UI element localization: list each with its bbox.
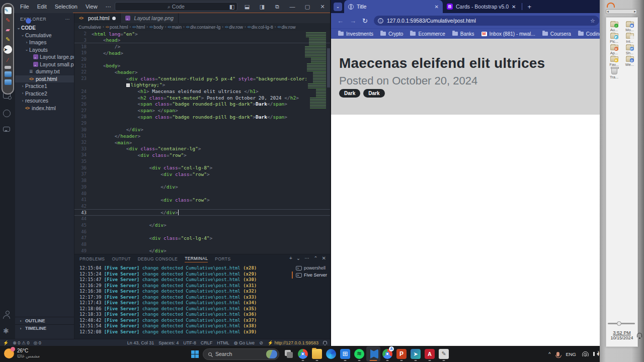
- taskbar-app-vscode[interactable]: [366, 346, 380, 361]
- account-icon[interactable]: [3, 311, 12, 320]
- breadcrumb-item[interactable]: Cumulative: [78, 25, 101, 30]
- code-line-44[interactable]: 44: [74, 216, 330, 222]
- taskbar-app-microsoft-store[interactable]: [338, 346, 352, 361]
- language-mode[interactable]: HTML: [217, 340, 229, 345]
- tab-close-icon[interactable]: ✕: [512, 4, 516, 10]
- taskbar-app-powerpoint[interactable]: P: [394, 346, 409, 361]
- fine-pen-icon[interactable]: ∕: [4, 56, 12, 63]
- minimize-tool-icon[interactable]: [5, 66, 11, 69]
- tree-item-practice2[interactable]: ›Practice2: [15, 90, 74, 98]
- section-outline[interactable]: ›OUTLINE: [15, 317, 74, 324]
- github-icon[interactable]: [3, 110, 12, 119]
- widget-shortcut-mo[interactable]: ▦Mo...: [622, 22, 637, 32]
- screen-tool-icon[interactable]: [5, 71, 12, 77]
- layout-panel-icon[interactable]: ⬓: [239, 4, 255, 10]
- close-panel-icon[interactable]: ✕: [322, 255, 326, 261]
- editor-tab-layout-large-png[interactable]: Layout large.png: [121, 13, 179, 23]
- menu-⋯[interactable]: ⋯: [102, 0, 115, 13]
- code-line-38[interactable]: 38: [74, 177, 330, 184]
- editor-tab-post-html[interactable]: <>post.html: [74, 13, 121, 23]
- five-server-url[interactable]: ⚡ http://127.0.0.1:59583: [268, 340, 318, 345]
- code-line-47[interactable]: 47 <div class="col-lg-4">: [74, 235, 330, 241]
- breadcrumb-item[interactable]: div.row: [229, 25, 243, 30]
- breadcrumb[interactable]: Cumulative›<>post.html›<>html›<>body›<>m…: [74, 23, 330, 31]
- tree-item-practice1[interactable]: ›Practice1: [15, 82, 74, 90]
- terminal-output[interactable]: 12:15:04 [Five Server] change detected C…: [79, 265, 291, 335]
- pen-tool-icon[interactable]: ✎: [5, 7, 12, 14]
- breadcrumb-item[interactable]: main: [172, 25, 182, 30]
- code-line-25[interactable]: 25 <h2 class="text-muted"> Posted on Oct…: [74, 95, 330, 101]
- code-line-40[interactable]: 40: [74, 190, 330, 197]
- url-text[interactable]: 127.0.0.1:59583/Cumulative/post.html: [387, 18, 476, 24]
- code-line-49[interactable]: 49 </div>: [74, 247, 330, 254]
- browser-reload-icon[interactable]: ↻: [362, 17, 368, 25]
- section-timeline[interactable]: ›TIMELINE: [15, 324, 74, 332]
- ports-indicator[interactable]: ◎ 0: [33, 340, 41, 345]
- code-line-46[interactable]: 46: [74, 228, 330, 235]
- highlighter-icon[interactable]: ✎: [4, 36, 12, 43]
- code-line-37[interactable]: 37 <div class="row">: [74, 171, 330, 177]
- tree-item-post-html[interactable]: <>post.html: [15, 75, 74, 83]
- language-indicator[interactable]: ENG: [566, 351, 576, 357]
- remote-icon[interactable]: ⚡: [3, 340, 9, 345]
- widget-shortcut-fav[interactable]: ★Fav...: [606, 56, 622, 67]
- taskbar-app-spotify[interactable]: [352, 346, 366, 361]
- sync-icon[interactable]: ⊘: [259, 340, 263, 345]
- slider-thumb[interactable]: [617, 321, 621, 326]
- widget-shortcut-trash[interactable]: Tra...: [606, 68, 622, 79]
- code-line-20[interactable]: 20: [74, 56, 330, 63]
- tree-item-resources[interactable]: ›resources: [15, 97, 74, 105]
- widget-shortcut-ap[interactable]: ⊞Ap...: [606, 45, 622, 55]
- code-line-33[interactable]: 33 <div class="container-lg">: [74, 145, 330, 152]
- eraser-icon[interactable]: ▰: [4, 26, 12, 33]
- new-tab-button[interactable]: +: [527, 3, 531, 11]
- widget-shortcut-pic[interactable]: ◩Pic...: [606, 33, 622, 44]
- tab-close-icon[interactable]: ✕: [435, 4, 439, 10]
- encoding[interactable]: UTF-8: [183, 340, 196, 345]
- terminal-dropdown-icon[interactable]: ⌄: [296, 255, 300, 261]
- bookmark-banks[interactable]: Banks: [452, 31, 474, 37]
- code-line-19[interactable]: 19 </head>: [74, 50, 330, 56]
- code-line-31[interactable]: 31 </header>: [74, 133, 330, 139]
- code-line-35[interactable]: 35: [74, 158, 330, 165]
- code-line-29[interactable]: 29: [74, 120, 330, 127]
- eol[interactable]: CRLF: [201, 340, 213, 345]
- breadcrumb-item[interactable]: post.html: [110, 25, 128, 30]
- layout-sidebar-icon[interactable]: ◧: [224, 4, 239, 10]
- cursor-tool-icon[interactable]: ➤: [4, 45, 12, 54]
- red-pen-icon[interactable]: ✎: [4, 17, 12, 24]
- layout-customize-icon[interactable]: ⧉: [270, 4, 285, 10]
- close-icon[interactable]: ✕: [315, 4, 330, 10]
- code-line-2[interactable]: 2<html lang="en">: [74, 31, 330, 37]
- widget-shortcut-we[interactable]: ◍We...: [622, 56, 637, 67]
- problems-indicator[interactable]: ⊗ 0 ⚠ 0: [13, 340, 29, 345]
- layout-secondary-icon[interactable]: ◨: [255, 4, 270, 10]
- hidden-icons-caret[interactable]: ^: [548, 351, 550, 356]
- breadcrumb-item[interactable]: div.col-lg-8: [252, 25, 273, 30]
- maximize-panel-icon[interactable]: ⌃: [313, 255, 317, 261]
- code-line-wrap[interactable]: lightgray;">: [74, 82, 330, 88]
- bookmark-ecommerce[interactable]: Ecommerce: [410, 31, 445, 37]
- taskbar-app-chrome-profile[interactable]: A: [380, 346, 394, 361]
- panel-tab-debug-console[interactable]: DEBUG CONSOLE: [138, 256, 178, 261]
- panel-tab-ports[interactable]: PORTS: [215, 256, 230, 261]
- code-line-43[interactable]: 43 </div>: [74, 209, 330, 216]
- panel-tab-output[interactable]: OUTPUT: [112, 256, 130, 261]
- panel-tab-terminal[interactable]: TERMINAL: [185, 256, 208, 262]
- browser-tab-cards-bootstrap-v5-0[interactable]: BCards - Bootstrap v5.0✕: [443, 0, 520, 13]
- minimap[interactable]: [304, 32, 326, 109]
- microphone-icon[interactable]: [556, 352, 559, 356]
- browser-forward-icon[interactable]: →: [350, 17, 356, 25]
- breadcrumb-item[interactable]: div.container-lg: [190, 25, 220, 30]
- bookmark-inbox-881-mwal-[interactable]: MInbox (881) - mwal...: [481, 31, 535, 37]
- widget-shortcut-sh[interactable]: ⇄Sh...: [622, 45, 637, 55]
- toolbar-drag-handle[interactable]: [26, 18, 31, 24]
- shell-five-server[interactable]: >_Five Server: [292, 272, 330, 279]
- breadcrumb-item[interactable]: html: [136, 25, 145, 30]
- code-line-30[interactable]: 30 </div>: [74, 126, 330, 133]
- command-search-box[interactable]: ⌕ Code: [115, 2, 237, 11]
- panel-tab-problems[interactable]: PROBLEMS: [79, 256, 105, 261]
- code-line-23[interactable]: 23 <div class="container-fluid py-5 px-4…: [74, 75, 330, 82]
- code-line-21[interactable]: 21 <body>: [74, 62, 330, 69]
- breadcrumb-item[interactable]: div.row: [282, 25, 296, 30]
